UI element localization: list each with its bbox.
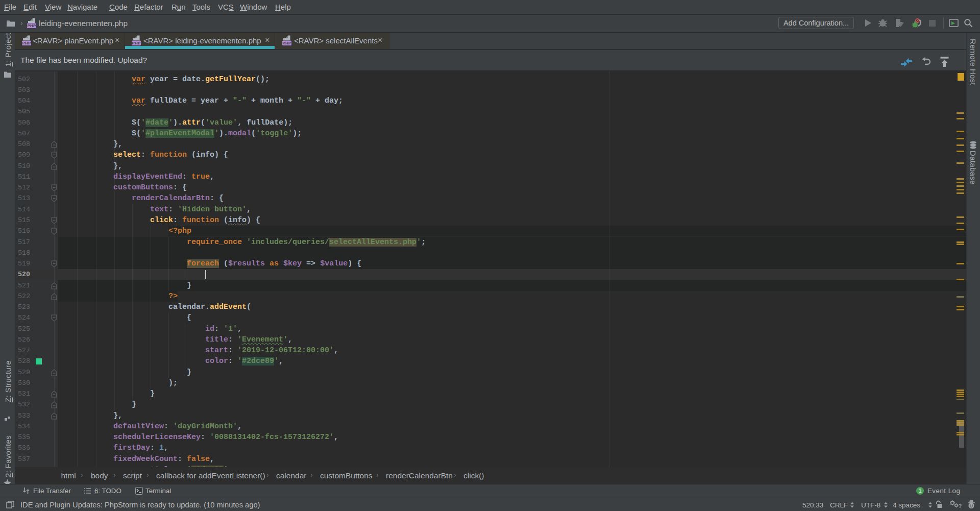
svg-text:PHP: PHP xyxy=(27,23,36,28)
svg-text:PHP: PHP xyxy=(22,41,31,45)
svg-text:?: ? xyxy=(959,503,962,509)
svg-text:PHP: PHP xyxy=(282,41,291,45)
svg-text:PHP: PHP xyxy=(132,41,141,45)
